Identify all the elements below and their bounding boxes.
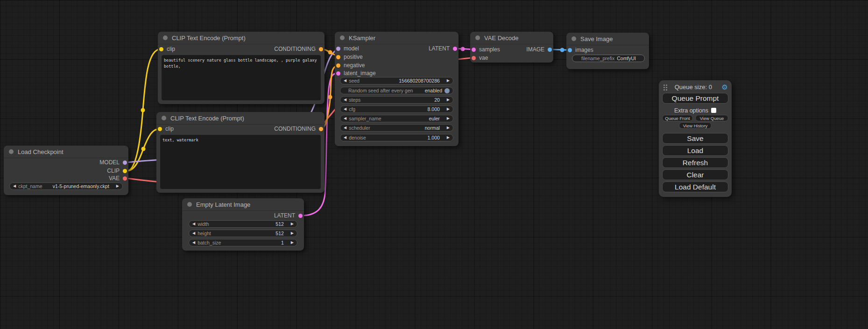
input-slot-model[interactable]: model xyxy=(336,45,359,52)
latent-port-icon[interactable] xyxy=(453,47,457,51)
denoise-widget[interactable]: denoise 1.000 xyxy=(340,134,453,141)
increment-icon[interactable] xyxy=(291,231,294,235)
increment-icon[interactable] xyxy=(291,241,294,245)
decrement-icon[interactable] xyxy=(344,98,346,102)
output-slot-latent[interactable]: LATENT xyxy=(429,45,457,52)
input-slot-samples[interactable]: samples xyxy=(472,46,500,53)
prev-value-icon[interactable] xyxy=(344,126,346,130)
output-slot-conditioning[interactable]: CONDITIONING xyxy=(274,45,323,53)
input-slot-clip[interactable]: clip xyxy=(159,45,175,53)
node-title-bar[interactable]: VAE Decode xyxy=(470,32,553,44)
filename-prefix-widget[interactable]: filename_prefix ComfyUI xyxy=(572,55,645,62)
prev-value-icon[interactable] xyxy=(13,184,16,188)
model-port-icon[interactable] xyxy=(336,47,340,51)
collapse-dot-icon[interactable] xyxy=(163,35,168,40)
clip-port-icon[interactable] xyxy=(159,47,163,51)
output-slot-clip[interactable]: CLIP xyxy=(107,167,127,175)
random-seed-toggle-widget[interactable]: Random seed after every gen enabled xyxy=(340,87,453,94)
node-title-bar[interactable]: Load Checkpoint xyxy=(4,146,128,158)
next-value-icon[interactable] xyxy=(447,126,450,130)
node-title-bar[interactable]: KSampler xyxy=(335,32,459,44)
node-save-image[interactable]: Save Image images filename_prefix ComfyU… xyxy=(566,33,649,69)
input-slot-vae[interactable]: vae xyxy=(472,54,488,62)
batch-size-widget[interactable]: batch_size 1 xyxy=(189,239,297,246)
clip-port-icon[interactable] xyxy=(158,127,162,131)
decrement-icon[interactable] xyxy=(192,241,195,245)
node-title-bar[interactable]: CLIP Text Encode (Prompt) xyxy=(158,32,325,44)
model-port-icon[interactable] xyxy=(123,161,127,165)
conditioning-port-icon[interactable] xyxy=(336,55,340,59)
collapse-dot-icon[interactable] xyxy=(572,36,576,41)
conditioning-port-icon[interactable] xyxy=(319,127,323,131)
input-slot-clip[interactable]: clip xyxy=(158,125,174,133)
node-load-checkpoint[interactable]: Load Checkpoint MODEL CLIP VAE ckpt_name… xyxy=(4,146,128,195)
negative-prompt-textarea[interactable]: text, watermark xyxy=(160,135,321,189)
node-ksampler[interactable]: KSampler model positive negative latent_… xyxy=(335,32,459,146)
width-widget[interactable]: width 512 xyxy=(189,220,297,228)
conditioning-port-icon[interactable] xyxy=(336,63,340,68)
seed-widget[interactable]: seed 156680208700286 xyxy=(340,77,453,84)
input-slot-latent-image[interactable]: latent_image xyxy=(336,70,376,77)
increment-icon[interactable] xyxy=(447,136,450,140)
height-widget[interactable]: height 512 xyxy=(189,230,297,237)
node-clip-text-encode-positive[interactable]: CLIP Text Encode (Prompt) clip CONDITION… xyxy=(158,32,325,104)
latent-port-icon[interactable] xyxy=(472,48,476,52)
load-default-button[interactable]: Load Default xyxy=(662,182,728,192)
scheduler-widget[interactable]: scheduler normal xyxy=(340,124,453,132)
decrement-icon[interactable] xyxy=(192,222,195,226)
queue-front-button[interactable]: Queue Front xyxy=(662,115,693,121)
queue-prompt-button[interactable]: Queue Prompt xyxy=(662,93,728,104)
drag-handle-icon[interactable] xyxy=(663,84,665,86)
output-slot-model[interactable]: MODEL xyxy=(99,159,127,166)
node-empty-latent-image[interactable]: Empty Latent Image LATENT width 512 heig… xyxy=(182,198,304,251)
collapse-dot-icon[interactable] xyxy=(475,35,480,40)
latent-port-icon[interactable] xyxy=(336,71,340,76)
node-title-bar[interactable]: Empty Latent Image xyxy=(182,198,304,211)
cfg-widget[interactable]: cfg 8.000 xyxy=(340,105,453,113)
input-slot-images[interactable]: images xyxy=(568,46,593,54)
refresh-button[interactable]: Refresh xyxy=(662,157,728,168)
vae-port-icon[interactable] xyxy=(123,176,127,181)
output-slot-latent[interactable]: LATENT xyxy=(274,212,303,219)
load-button[interactable]: Load xyxy=(662,145,728,156)
ckpt-name-widget[interactable]: ckpt_name v1-5-pruned-emaonly.ckpt xyxy=(9,182,123,190)
toggle-knob-icon[interactable] xyxy=(445,88,450,93)
save-button[interactable]: Save xyxy=(662,133,728,144)
collapse-dot-icon[interactable] xyxy=(162,116,166,120)
output-slot-vae[interactable]: VAE xyxy=(109,175,127,182)
decrement-icon[interactable] xyxy=(344,136,346,140)
conditioning-port-icon[interactable] xyxy=(319,47,323,51)
input-slot-negative[interactable]: negative xyxy=(336,62,365,69)
settings-gear-icon[interactable]: ⚙ xyxy=(722,84,728,91)
output-slot-conditioning[interactable]: CONDITIONING xyxy=(274,125,323,133)
increment-icon[interactable] xyxy=(447,79,450,83)
decrement-icon[interactable] xyxy=(192,231,195,235)
increment-icon[interactable] xyxy=(447,98,450,102)
decrement-icon[interactable] xyxy=(344,107,346,111)
decrement-icon[interactable] xyxy=(344,79,346,83)
steps-widget[interactable]: steps 20 xyxy=(340,96,453,104)
prev-value-icon[interactable] xyxy=(344,117,346,120)
vae-port-icon[interactable] xyxy=(472,56,476,60)
latent-port-icon[interactable] xyxy=(298,214,303,218)
clip-port-icon[interactable] xyxy=(123,169,127,173)
image-port-icon[interactable] xyxy=(548,48,552,52)
collapse-dot-icon[interactable] xyxy=(187,202,192,207)
node-title-bar[interactable]: Save Image xyxy=(566,33,649,45)
sampler-name-widget[interactable]: sampler_name euler xyxy=(340,115,453,122)
collapse-dot-icon[interactable] xyxy=(9,149,14,154)
next-value-icon[interactable] xyxy=(447,117,450,120)
increment-icon[interactable] xyxy=(291,222,294,226)
extra-options-checkbox[interactable] xyxy=(711,108,716,113)
image-port-icon[interactable] xyxy=(568,48,572,52)
view-queue-button[interactable]: View Queue xyxy=(695,115,728,121)
node-clip-text-encode-negative[interactable]: CLIP Text Encode (Prompt) clip CONDITION… xyxy=(156,112,325,193)
increment-icon[interactable] xyxy=(447,107,450,111)
node-graph-canvas[interactable]: Load Checkpoint MODEL CLIP VAE ckpt_name… xyxy=(0,0,868,329)
collapse-dot-icon[interactable] xyxy=(340,35,345,40)
next-value-icon[interactable] xyxy=(116,184,119,188)
positive-prompt-textarea[interactable]: beautiful scenery nature glass bottle la… xyxy=(162,55,321,100)
node-title-bar[interactable]: CLIP Text Encode (Prompt) xyxy=(156,112,325,125)
node-vae-decode[interactable]: VAE Decode samples vae IMAGE xyxy=(470,32,553,63)
clear-button[interactable]: Clear xyxy=(662,169,728,180)
